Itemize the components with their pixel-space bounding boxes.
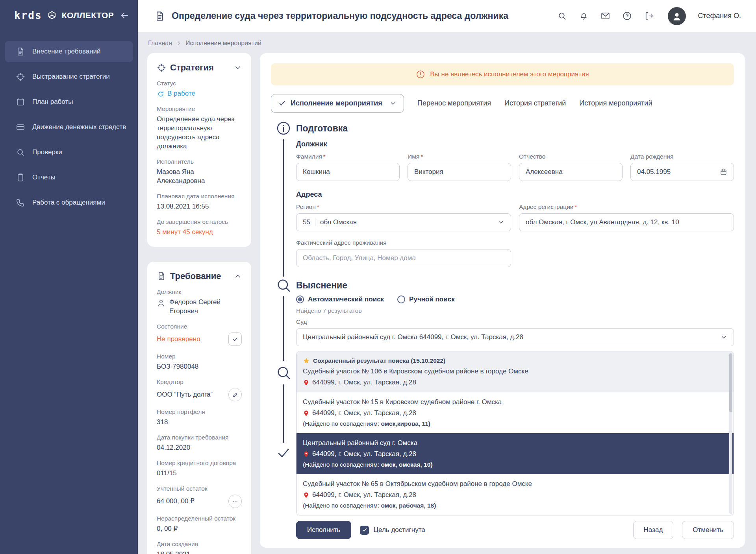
sidebar-item-requirements-entry[interactable]: Внесение требований xyxy=(5,41,133,62)
execute-button[interactable]: Исполнить xyxy=(296,521,351,539)
star-icon xyxy=(303,357,310,364)
required-mark: * xyxy=(323,153,326,160)
phone-icon xyxy=(16,198,25,207)
court-result-address: 644099, г. Омск, ул. Тарская, д.28 xyxy=(312,408,416,419)
court-label: Суд xyxy=(296,318,734,325)
event-execution-card: Вы не являетесь исполнителем этого мероп… xyxy=(260,53,745,548)
radio-dot xyxy=(397,295,405,303)
contract-number-value: 011/15 xyxy=(157,469,242,478)
lastname-input[interactable] xyxy=(296,163,400,181)
results-count: Найдено 7 результатов xyxy=(296,307,734,314)
firstname-label: Имя* xyxy=(408,153,511,160)
document-icon xyxy=(157,271,166,281)
radio-auto-search[interactable]: Автоматический поиск xyxy=(296,295,384,303)
back-button[interactable]: Назад xyxy=(633,521,674,539)
required-mark: * xyxy=(575,203,577,210)
radio-manual-search[interactable]: Ручной поиск xyxy=(397,295,455,303)
court-select[interactable]: Центральный районный суд г. Омска 644099… xyxy=(296,328,734,346)
court-result-item[interactable]: Судебный участок № 65 в Октябрьском суде… xyxy=(296,474,734,515)
help-icon[interactable] xyxy=(622,11,632,21)
sidebar-item-label: Проверки xyxy=(32,148,62,156)
checkbox-check-icon xyxy=(360,526,369,535)
tab-execution-dropdown[interactable]: Исполнение мероприятия xyxy=(271,94,404,113)
tab-active-label: Исполнение мероприятия xyxy=(291,99,382,107)
document-icon xyxy=(16,47,25,56)
sidebar-item-strategy-building[interactable]: Выстраивание стратегии xyxy=(5,66,133,87)
chevron-right-icon xyxy=(176,41,182,46)
chevron-down-icon[interactable] xyxy=(234,64,242,72)
sidebar-item-reports[interactable]: Отчеты xyxy=(5,167,133,188)
firstname-input[interactable] xyxy=(408,163,511,181)
number-label: Номер xyxy=(157,353,242,360)
tab-strategy-history[interactable]: История стратегий xyxy=(504,99,566,107)
sidebar-item-label: Работа с обращениями xyxy=(32,199,105,207)
avatar[interactable] xyxy=(668,7,686,25)
verify-checkbox-button[interactable] xyxy=(228,332,242,346)
bell-icon[interactable] xyxy=(579,11,589,21)
cancel-button[interactable]: Отменить xyxy=(682,521,734,539)
brand-logo: krds xyxy=(14,9,42,21)
investigation-section: Выяснение Автоматический поиск Ручной по… xyxy=(271,277,734,515)
required-mark: * xyxy=(317,203,319,210)
creditor-value: ООО “Путь долга” xyxy=(157,390,213,399)
state-label: Состояние xyxy=(157,323,242,330)
edit-pencil-button[interactable] xyxy=(228,388,242,401)
location-pin-icon xyxy=(303,492,309,499)
person-icon xyxy=(157,299,165,307)
target-icon xyxy=(157,63,166,72)
sidebar-collapse-arrow-icon[interactable] xyxy=(120,11,129,20)
registration-address-input[interactable] xyxy=(519,213,734,231)
chevron-down-icon xyxy=(497,219,504,226)
tab-transfer[interactable]: Перенос мероприятия xyxy=(417,99,491,107)
region-name: обл Омская xyxy=(315,218,493,226)
logout-icon[interactable] xyxy=(644,11,654,21)
sidebar-item-work-plan[interactable]: План работы xyxy=(5,91,133,113)
target-icon xyxy=(16,72,25,81)
requirement-panel: Требование Должник Федоров Сергей Егоров… xyxy=(147,262,251,554)
sidebar-item-money-movement[interactable]: Движение денежных стредств xyxy=(5,116,133,138)
remaining-timer: 5 минут 45 секунд xyxy=(157,228,242,237)
investigation-heading: Выяснение xyxy=(296,277,734,293)
court-result-saved[interactable]: Сохраненный результат поиска (15.10.2022… xyxy=(296,351,734,392)
portfolio-value: 318 xyxy=(157,418,242,427)
page-title: Определение суда через территориальную п… xyxy=(172,11,508,21)
portfolio-label: Номер портфеля xyxy=(157,408,242,416)
more-dots-button[interactable] xyxy=(228,495,242,508)
sidebar-item-label: Движение денежных стредств xyxy=(32,123,126,131)
sidebar: krds КОЛЛЕКТОР Внесение требований Выстр… xyxy=(0,0,138,554)
birthdate-input[interactable]: 04.05.1995 xyxy=(630,163,734,181)
location-pin-icon xyxy=(303,410,309,417)
middlename-input[interactable] xyxy=(519,163,623,181)
search-icon[interactable] xyxy=(557,11,567,21)
location-pin-icon xyxy=(303,379,309,386)
dropdown-scrollbar[interactable] xyxy=(729,353,732,514)
sidebar-item-checks[interactable]: Проверки xyxy=(5,142,133,163)
sidebar-nav: Внесение требований Выстраивание стратег… xyxy=(0,41,138,213)
breadcrumb-home[interactable]: Главная xyxy=(148,40,172,47)
mail-icon[interactable] xyxy=(600,11,610,21)
left-column: Стратегия Статус В работе Мероприятие xyxy=(147,53,251,554)
tabs-row: Исполнение мероприятия Перенос мероприят… xyxy=(271,94,734,113)
scrollbar-thumb[interactable] xyxy=(729,353,732,412)
chevron-up-icon[interactable] xyxy=(234,272,242,280)
debtor-value: Федоров Сергей Егорович xyxy=(157,298,242,316)
search-icon xyxy=(16,148,25,157)
court-result-item-selected[interactable]: Центральный районный суд г. Омска 644099… xyxy=(296,433,734,474)
created-date-value: 18.05.2021 xyxy=(157,550,242,554)
goal-achieved-checkbox[interactable]: Цель достигнута xyxy=(360,526,425,535)
check-icon xyxy=(278,100,286,107)
event-value: Определение суда через территориальную п… xyxy=(157,115,242,151)
region-code: 55 xyxy=(303,218,315,226)
chevron-down-icon xyxy=(720,334,727,341)
user-name[interactable]: Стефания О. xyxy=(698,12,741,20)
court-result-item[interactable]: Судебный участок № 15 в Кировском судебн… xyxy=(296,392,734,433)
middlename-label: Отчество xyxy=(519,153,623,160)
region-select[interactable]: 55 обл Омская xyxy=(296,213,511,231)
tab-event-history[interactable]: История мероприятий xyxy=(579,99,652,107)
breadcrumb: Главная Исполнение мероприятий xyxy=(147,37,745,53)
actual-address-input[interactable] xyxy=(296,249,511,267)
debtor-subheading: Должник xyxy=(296,140,734,148)
topbar: Определение суда через территориальную п… xyxy=(138,0,756,32)
contract-number-label: Номер кредитного договора xyxy=(157,460,242,467)
sidebar-item-appeals[interactable]: Работа с обращениями xyxy=(5,192,133,213)
